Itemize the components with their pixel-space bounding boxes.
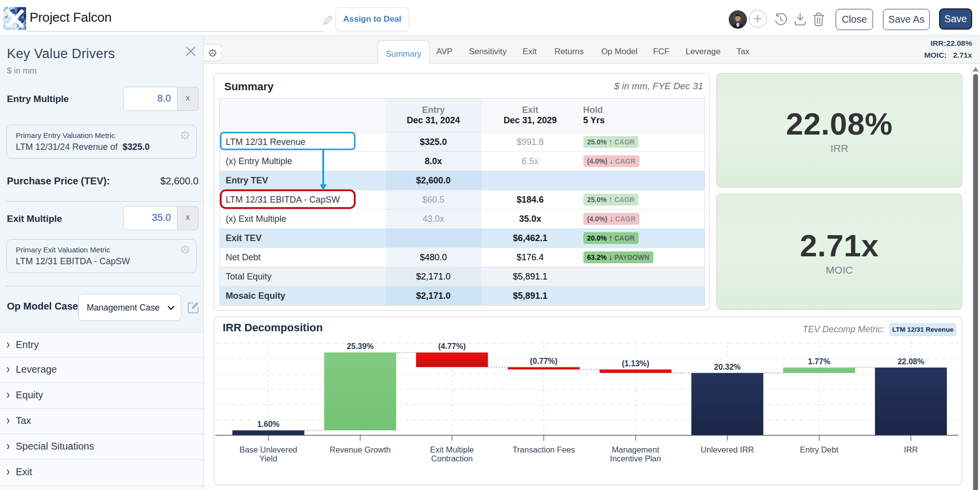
svg-text:Yield: Yield [260,454,277,463]
svg-text:(0.77%): (0.77%) [530,357,558,365]
svg-text:1.77%: 1.77% [808,357,830,366]
svg-text:Unlevered IRR: Unlevered IRR [701,445,754,454]
svg-text:1.60%: 1.60% [257,420,279,428]
svg-text:(1.13%): (1.13%) [622,359,649,368]
svg-text:Entry Debt: Entry Debt [800,445,839,454]
svg-text:25.39%: 25.39% [347,342,373,350]
svg-text:Base Unlevered: Base Unlevered [239,445,297,454]
svg-text:Transaction Fees: Transaction Fees [512,445,575,454]
svg-text:Management: Management [612,445,660,454]
svg-text:20.32%: 20.32% [714,363,741,371]
svg-text:Exit Multiple: Exit Multiple [430,445,474,454]
svg-text:Incentive Plan: Incentive Plan [610,454,661,463]
svg-text:Revenue Growth: Revenue Growth [330,445,391,454]
svg-text:IRR: IRR [904,445,918,454]
svg-text:(4.77%): (4.77%) [438,342,466,350]
svg-text:22.08%: 22.08% [898,357,924,366]
svg-text:Contraction: Contraction [431,454,473,463]
